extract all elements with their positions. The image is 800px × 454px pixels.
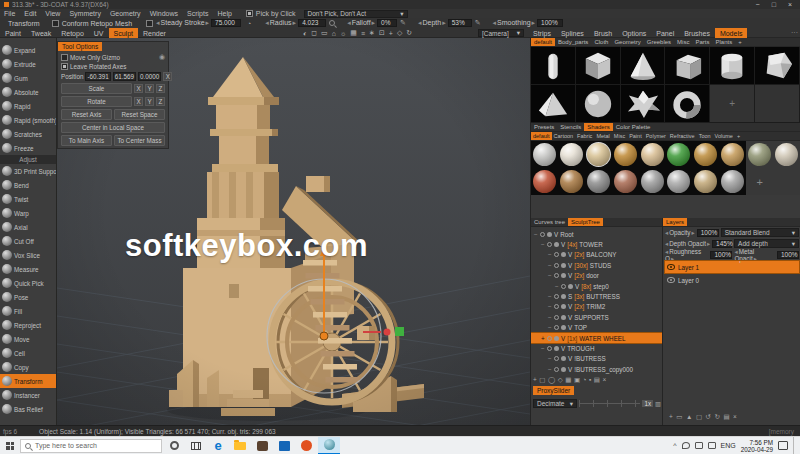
frame-icon[interactable]: ⊡ [379, 29, 385, 37]
visibility-icon[interactable] [540, 232, 545, 237]
add-model-icon[interactable]: + [729, 98, 735, 109]
visibility-icon[interactable] [554, 252, 559, 257]
tool-options-tab[interactable]: Tool Options [58, 42, 102, 51]
model-empty-slot[interactable]: + [710, 85, 755, 123]
shader-swatch[interactable] [585, 141, 612, 168]
tool-extrude[interactable]: Extrude [0, 57, 56, 71]
tool-rapid-smooth[interactable]: Rapid (smooth) [0, 113, 56, 127]
falloff-label[interactable]: Falloff [347, 19, 375, 27]
tree-item-root[interactable]: −VRoot [531, 229, 662, 239]
up-icon[interactable]: ▲ [686, 413, 692, 421]
tool-rapid[interactable]: Rapid [0, 99, 56, 113]
models-tab-item[interactable]: + [735, 38, 745, 46]
history-icon[interactable]: ◔ [583, 376, 587, 384]
display-icon[interactable] [695, 442, 703, 449]
rotate-x-button[interactable]: X [134, 97, 143, 106]
flat-plane-icon[interactable]: ▭ [321, 29, 328, 37]
shader-swatch[interactable] [692, 141, 719, 168]
tree-item-trough[interactable]: −VTROUGH [531, 343, 662, 353]
position-x-field[interactable]: -60.391 [85, 72, 110, 81]
pick-mode-dropdown[interactable]: Don't Pick, Don't Act▾ [304, 10, 408, 18]
tree-item-step0[interactable]: −V[8x]step0 [531, 281, 662, 291]
shader-cat-item[interactable]: + [735, 132, 742, 140]
reset-axis-button[interactable]: Reset Axis [61, 109, 112, 120]
depth-label[interactable]: Depth [418, 19, 446, 27]
wireframe-icon[interactable]: ◻ [311, 29, 317, 37]
shader-cat-polymer[interactable]: Polymer [644, 132, 668, 140]
depth-opacity-label[interactable]: Depth Opacit [665, 240, 710, 247]
tool-absolute[interactable]: Absolute [0, 85, 56, 99]
tab-uv[interactable]: UV [89, 28, 109, 38]
maximize-button[interactable]: □ [772, 1, 776, 8]
shader-swatch[interactable] [666, 168, 693, 195]
models-tab-geometry[interactable]: Geometry [611, 38, 643, 46]
tree-item-supports[interactable]: −VSUPPORTS [531, 312, 662, 322]
expander-icon[interactable]: − [541, 241, 545, 248]
shader-swatch[interactable] [666, 141, 693, 168]
shader-dot-icon[interactable] [561, 367, 566, 372]
expander-icon[interactable]: − [548, 303, 552, 310]
magnifier-icon[interactable] [329, 20, 335, 26]
visibility-icon[interactable] [554, 263, 559, 268]
leave-rotated-axes-checkbox[interactable] [61, 63, 68, 70]
tool-axial[interactable]: Axial [0, 220, 56, 234]
model-cone[interactable] [621, 47, 666, 85]
steady-stroke-value[interactable]: 75.000 [211, 19, 241, 27]
tool-fill[interactable]: Fill [0, 304, 56, 318]
tree-item-buttress[interactable]: −S[3x]BUTTRESS [531, 291, 662, 301]
language-indicator[interactable]: ENG [721, 442, 736, 449]
shader-cat-volume[interactable]: Volume [713, 132, 735, 140]
tree-item-water-wheel[interactable]: +V[1x]WATER WHEEL [531, 333, 662, 343]
tool-instancer[interactable]: Instancer [0, 388, 56, 402]
minimize-button[interactable]: − [756, 1, 760, 8]
rotate-y-button[interactable]: Y [145, 97, 154, 106]
eye-icon[interactable] [667, 264, 675, 270]
visibility-icon[interactable] [554, 315, 559, 320]
cache-icon[interactable]: ▪ [589, 376, 591, 384]
shader-swatch[interactable] [639, 141, 666, 168]
expander-icon[interactable]: − [534, 231, 538, 238]
undo-icon[interactable]: ↺ [706, 413, 711, 421]
list-icon[interactable]: ≡ [361, 30, 365, 37]
app-button-2[interactable] [274, 437, 294, 454]
visibility-icon[interactable] [547, 242, 552, 247]
model-polyhedron[interactable] [755, 47, 800, 85]
tab-paint[interactable]: Paint [0, 28, 26, 38]
taskbar-clock[interactable]: 7:56 PM 2020-04-29 [741, 439, 773, 453]
visibility-icon[interactable] [554, 367, 559, 372]
camera-dropdown[interactable]: [Camera]▾ [478, 29, 524, 37]
model-capsule[interactable] [531, 47, 576, 85]
model-cylinder[interactable] [710, 47, 755, 85]
timer-icon[interactable]: ◔ [247, 20, 251, 27]
model-torus[interactable] [665, 85, 710, 123]
scale-x-button[interactable]: X [134, 84, 143, 93]
conform-retopo-checkbox[interactable] [52, 20, 59, 27]
steady-stroke-label[interactable]: Steady Stroke [156, 19, 209, 27]
metal-opacity-label[interactable]: Metal Opacit [734, 248, 775, 262]
tool-scratches[interactable]: Scratches [0, 127, 56, 141]
shader-swatch-empty[interactable] [773, 168, 800, 195]
shader-dot-icon[interactable] [554, 336, 559, 341]
expander-icon[interactable]: − [548, 314, 552, 321]
model-pyramid[interactable] [531, 85, 576, 123]
depth-value[interactable]: 53% [448, 19, 472, 27]
delete-layer-icon[interactable]: × [733, 413, 737, 421]
shader-swatch[interactable] [719, 168, 746, 195]
edge-button[interactable]: e [208, 437, 228, 454]
model-empty-slot[interactable] [755, 85, 800, 123]
file-explorer-button[interactable] [230, 437, 250, 454]
shader-dot-icon[interactable] [554, 242, 559, 247]
shader-swatch[interactable] [585, 168, 612, 195]
export-icon[interactable]: ▥ [655, 400, 661, 407]
grid-icon[interactable]: ▦ [565, 376, 571, 384]
taskbar-3dcoat-button[interactable] [318, 437, 340, 454]
gizmo-center-handle[interactable] [320, 332, 328, 340]
dock-tab-models[interactable]: Models [715, 28, 748, 38]
duplicate-icon[interactable]: ▤ [723, 413, 729, 421]
radius-label[interactable]: Radius [265, 19, 296, 27]
decimate-dropdown[interactable]: Decimate▾ [533, 399, 577, 408]
app-button-1[interactable] [252, 437, 272, 454]
expander-icon[interactable]: − [548, 251, 552, 258]
shader-dot-icon[interactable] [561, 263, 566, 268]
symmetry-icon[interactable]: ∗ [369, 29, 375, 37]
